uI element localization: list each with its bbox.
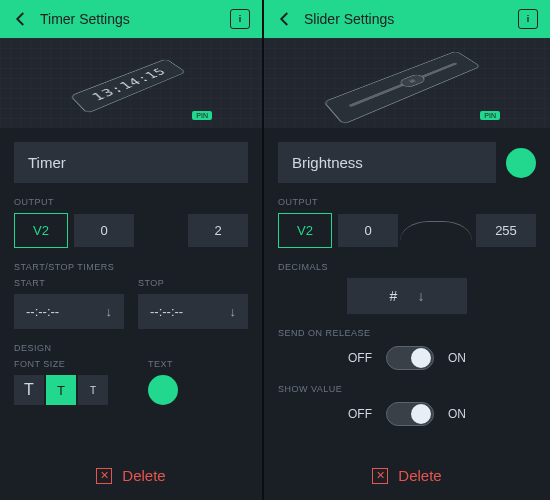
timers-label: START/STOP TIMERS <box>14 262 248 272</box>
back-icon[interactable] <box>276 10 294 28</box>
widget-preview: 13:14:15 PIN <box>0 38 262 128</box>
header: Slider Settings i <box>264 0 550 38</box>
page-title: Slider Settings <box>304 11 508 27</box>
timer-settings-panel: Timer Settings i 13:14:15 PIN OUTPUT V2 … <box>0 0 262 500</box>
slider-settings-panel: Slider Settings i PIN OUTPUT V2 0 255 DE… <box>264 0 550 500</box>
delete-button[interactable]: ✕ Delete <box>278 451 536 500</box>
start-time-picker[interactable]: --:--:-- ↓ <box>14 294 124 329</box>
timer-widget-3d: 13:14:15 <box>70 58 187 113</box>
delete-icon: ✕ <box>372 468 388 484</box>
pin-tag: PIN <box>192 111 212 120</box>
decimals-selector[interactable]: # ↓ <box>347 278 467 314</box>
pin-selector[interactable]: V2 <box>278 213 332 248</box>
output-min[interactable]: 0 <box>74 214 134 247</box>
page-title: Timer Settings <box>40 11 220 27</box>
stop-time-picker[interactable]: --:--:-- ↓ <box>138 294 248 329</box>
back-icon[interactable] <box>12 10 30 28</box>
output-label: OUTPUT <box>14 197 248 207</box>
pin-tag: PIN <box>480 111 500 120</box>
pin-selector[interactable]: V2 <box>14 213 68 248</box>
output-min[interactable]: 0 <box>338 214 398 247</box>
delete-icon: ✕ <box>96 468 112 484</box>
widget-name-input[interactable] <box>14 142 248 183</box>
info-icon[interactable]: i <box>230 9 250 29</box>
header: Timer Settings i <box>0 0 262 38</box>
font-size-large[interactable]: T <box>14 375 44 405</box>
send-on-release-toggle[interactable] <box>386 346 434 370</box>
widget-preview: PIN <box>264 38 550 128</box>
mapping-curve <box>400 221 472 241</box>
show-value-toggle[interactable] <box>386 402 434 426</box>
output-label: OUTPUT <box>278 197 536 207</box>
chevron-down-icon: ↓ <box>230 304 237 319</box>
chevron-down-icon: ↓ <box>106 304 113 319</box>
widget-name-input[interactable] <box>278 142 496 183</box>
info-icon[interactable]: i <box>518 9 538 29</box>
chevron-down-icon: ↓ <box>417 288 424 304</box>
output-max[interactable]: 255 <box>476 214 536 247</box>
slider-color-picker[interactable] <box>506 148 536 178</box>
font-size-medium[interactable]: T <box>46 375 76 405</box>
output-max[interactable]: 2 <box>188 214 248 247</box>
text-color-picker[interactable] <box>148 375 178 405</box>
slider-widget-3d <box>323 51 481 125</box>
delete-button[interactable]: ✕ Delete <box>14 451 248 500</box>
font-size-small[interactable]: T <box>78 375 108 405</box>
